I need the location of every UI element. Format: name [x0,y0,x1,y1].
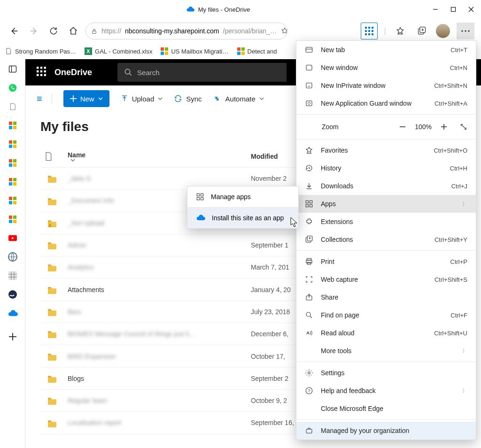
folder-icon [40,190,64,212]
settings-menu-button[interactable] [457,23,474,39]
sync-button[interactable]: Sync [174,94,202,103]
menu-web-capture[interactable]: Web captureCtrl+Shift+S [296,270,476,288]
nav-refresh-button[interactable] [46,23,61,39]
svg-rect-41 [13,126,16,129]
svg-point-23 [465,30,466,31]
svg-rect-45 [13,145,16,148]
collections-button[interactable] [414,23,429,39]
ms-logo-icon[interactable] [8,139,18,149]
onedrive-tab[interactable] [8,308,18,318]
menu-read-aloud[interactable]: ARead aloudCtrl+Shift+U [296,324,476,342]
svg-rect-28 [165,47,168,51]
upload-button[interactable]: Upload [121,95,163,103]
svg-rect-119 [306,429,312,433]
window-minimize-button[interactable] [432,6,439,13]
ms-logo-icon[interactable] [8,177,18,187]
name-column-header[interactable]: Name [64,146,247,168]
bookmark-item[interactable]: Detect and [237,47,277,55]
page-icon[interactable] [8,101,18,112]
bookmark-item[interactable]: Strong Random Pas… [5,47,76,55]
menu-new-tab[interactable]: New tabCtrl+T [296,41,476,59]
svg-rect-51 [13,178,16,181]
nav-back-button[interactable] [7,23,22,39]
svg-rect-123 [201,198,203,200]
vertical-tabs-toggle-button[interactable] [8,64,18,74]
file-name[interactable]: Bars [64,301,247,323]
submenu-manage-apps[interactable]: Manage apps [187,186,298,207]
menu-app-guard[interactable]: New Application Guard windowCtrl+Shift+A [296,94,476,112]
menu-new-window[interactable]: New windowCtrl+N [296,59,476,77]
menu-share[interactable]: Share [296,288,476,306]
ms-logo-icon[interactable] [8,214,18,224]
zoom-in-button[interactable] [440,123,448,131]
menu-downloads[interactable]: DownloadsCtrl+J [296,177,476,195]
address-bar[interactable]: https://nbconsulting-my.sharepoint.com/p… [85,23,287,39]
svg-rect-15 [368,33,370,35]
menu-help[interactable]: ?Help and feedback〉 [296,382,476,400]
file-name[interactable]: BIOMEX Message Council of things just li… [64,323,247,345]
svg-rect-49 [13,163,16,167]
site-info-lock-icon[interactable] [91,28,98,35]
menu-close-edge[interactable]: Close Microsoft Edge [296,400,476,417]
nav-home-button[interactable] [66,23,81,39]
menu-managed-by-org[interactable]: Managed by your organization [296,422,476,440]
round-app-icon[interactable] [8,289,18,300]
automate-icon [213,94,222,103]
ms-logo-icon[interactable] [8,195,18,206]
file-name[interactable]: Attachments [64,278,247,301]
ms-logo-icon[interactable] [8,120,18,131]
menu-favorites[interactable]: FavoritesCtrl+Shift+O [296,141,476,159]
window-maximize-button[interactable] [450,6,457,13]
search-box[interactable]: Search [117,63,287,82]
folder-icon [40,412,64,434]
file-name[interactable]: Regular team [64,389,247,411]
new-tab-button[interactable] [8,332,18,342]
svg-rect-53 [13,182,16,185]
automate-button[interactable]: Automate [213,94,264,103]
menu-apps[interactable]: Apps〉 [296,195,476,213]
new-button[interactable]: New [63,90,109,107]
browser-toolbar: https://nbconsulting-my.sharepoint.com/p… [0,19,481,43]
svg-rect-52 [9,182,12,185]
svg-rect-73 [40,67,42,69]
nav-forward-button[interactable] [26,23,41,39]
file-name[interactable]: Localisation report [64,412,247,434]
spreadsheet-icon[interactable] [8,270,18,281]
menu-inprivate[interactable]: New InPrivate windowCtrl+Shift+N [296,77,476,94]
globe-icon[interactable] [8,252,18,262]
fullscreen-button[interactable] [460,123,467,131]
favorites-button[interactable] [393,23,408,39]
gear-icon [305,369,313,377]
url-host: nbconsulting-my.sharepoint.com [125,27,219,35]
menu-print[interactable]: PrintCtrl+P [296,253,476,270]
url-path: /personal/brian_… [223,27,277,35]
svg-rect-34 [241,52,245,55]
file-name[interactable]: Blogs [64,367,247,389]
window-close-button[interactable] [468,6,474,13]
onedrive-cloud-icon [196,215,205,221]
whatsapp-icon[interactable] [8,83,18,93]
menu-find-on-page[interactable]: Find on pageCtrl+F [296,306,476,324]
ms-logo-icon[interactable] [8,158,18,168]
bookmark-item[interactable]: US Mailbox Migrati… [161,47,228,55]
menu-collections[interactable]: CollectionsCtrl+Shift+Y [296,231,476,248]
menu-extensions[interactable]: Extensions [296,213,476,231]
file-name[interactable]: Analytics [64,256,247,278]
add-favorite-icon[interactable]: + [280,27,287,35]
app-guard-icon [305,99,313,108]
profile-avatar-button[interactable] [436,24,450,38]
app-launcher-button[interactable] [361,23,378,39]
file-name[interactable]: BIRD Expansion [64,345,247,367]
file-name[interactable]: Admin [64,234,247,256]
zoom-out-button[interactable] [399,123,406,131]
svg-rect-9 [368,27,370,29]
new-button-label: New [80,95,94,103]
nav-toggle-button[interactable]: ≡ [37,93,52,104]
menu-settings[interactable]: Settings [296,364,476,382]
menu-more-tools[interactable]: More tools〉 [296,342,476,360]
bookmark-item[interactable]: X GAL - Combined.xlsx [85,47,152,55]
youtube-icon[interactable] [8,233,18,243]
app-launcher-icon[interactable] [37,67,48,78]
submenu-install-site[interactable]: Install this site as an app [187,208,298,228]
menu-history[interactable]: HistoryCtrl+H [296,159,476,177]
